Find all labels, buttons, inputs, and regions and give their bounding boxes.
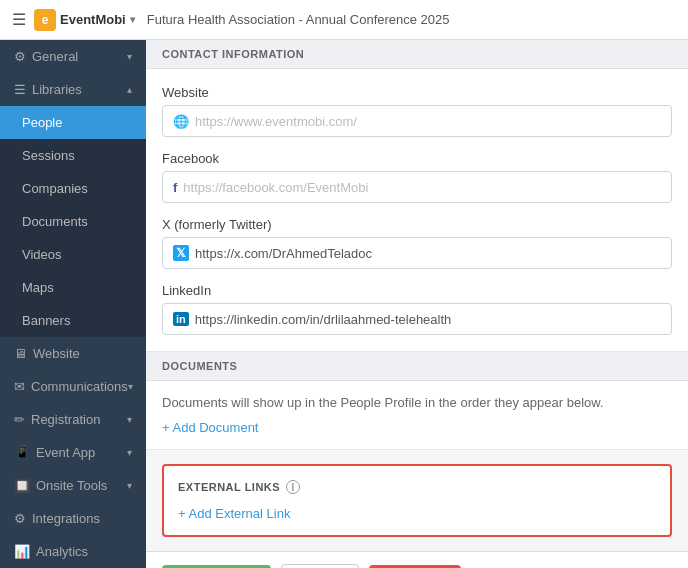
sidebar-label: Communications: [31, 379, 128, 394]
website-input[interactable]: 🌐 https://www.eventmobi.com/: [162, 105, 672, 137]
website-label: Website: [162, 85, 672, 100]
sidebar-item-videos[interactable]: Videos: [0, 238, 146, 271]
twitter-field-group: X (formerly Twitter) 𝕏 https://x.com/DrA…: [162, 217, 672, 269]
linkedin-label: LinkedIn: [162, 283, 672, 298]
sidebar-label: Banners: [22, 313, 70, 328]
logo-icon: e: [34, 9, 56, 31]
sidebar-label: People: [22, 115, 62, 130]
documents-description: Documents will show up in the People Pro…: [162, 395, 672, 410]
add-external-label: + Add External Link: [178, 506, 290, 521]
documents-section: Documents will show up in the People Pro…: [146, 381, 688, 450]
website-placeholder: https://www.eventmobi.com/: [195, 114, 357, 129]
sidebar-item-libraries[interactable]: ☰ Libraries ▴: [0, 73, 146, 106]
sidebar-label: Registration: [31, 412, 100, 427]
sidebar-label: Videos: [22, 247, 62, 262]
linkedin-value: https://linkedin.com/in/drlilaahmed-tele…: [195, 312, 452, 327]
chevron-down-icon: ▾: [127, 480, 132, 491]
gear-icon: ⚙: [14, 49, 26, 64]
integration-icon: ⚙: [14, 511, 26, 526]
sidebar-item-general[interactable]: ⚙ General ▾: [0, 40, 146, 73]
external-links-box: EXTERNAL LINKS i + Add External Link: [162, 464, 672, 537]
sidebar-label: Sessions: [22, 148, 75, 163]
sidebar-sub-libraries: People Sessions Companies Documents Vide…: [0, 106, 146, 337]
pencil-icon: ✏: [14, 412, 25, 427]
chevron-down-icon: ▾: [127, 414, 132, 425]
mail-icon: ✉: [14, 379, 25, 394]
sidebar-label: Integrations: [32, 511, 100, 526]
monitor-icon: 🖥: [14, 346, 27, 361]
sidebar-item-communications[interactable]: ✉ Communications ▾: [0, 370, 146, 403]
sidebar-label: Companies: [22, 181, 88, 196]
external-links-header: EXTERNAL LINKS i: [178, 480, 656, 494]
hamburger-icon[interactable]: ☰: [12, 10, 26, 29]
brand-chevron: ▾: [130, 14, 135, 25]
analytics-icon: 📊: [14, 544, 30, 559]
add-external-link-button[interactable]: + Add External Link: [178, 506, 656, 521]
sidebar-item-people[interactable]: People: [0, 106, 146, 139]
sidebar-label: Documents: [22, 214, 88, 229]
linkedin-icon: in: [173, 312, 189, 326]
brand-name: EventMobi: [60, 12, 126, 27]
sidebar-label: General: [32, 49, 78, 64]
topbar-logo: e EventMobi ▾: [34, 9, 135, 31]
sidebar-label: Libraries: [32, 82, 82, 97]
contact-form: Website 🌐 https://www.eventmobi.com/ Fac…: [146, 69, 688, 352]
sidebar-item-sessions[interactable]: Sessions: [0, 139, 146, 172]
chevron-down-icon: ▾: [127, 51, 132, 62]
main-content: CONTACT INFORMATION Website 🌐 https://ww…: [146, 40, 688, 568]
sidebar-item-maps[interactable]: Maps: [0, 271, 146, 304]
chevron-down-icon: ▾: [127, 447, 132, 458]
facebook-placeholder: https://facebook.com/EventMobi: [183, 180, 368, 195]
sidebar-item-analytics[interactable]: 📊 Analytics: [0, 535, 146, 568]
facebook-label: Facebook: [162, 151, 672, 166]
facebook-input[interactable]: f https://facebook.com/EventMobi: [162, 171, 672, 203]
page-title: Futura Health Association - Annual Confe…: [147, 12, 450, 27]
plus-icon: + Add Document: [162, 420, 258, 435]
add-document-button[interactable]: + Add Document: [162, 420, 672, 435]
sidebar-item-event-app[interactable]: 📱 Event App ▾: [0, 436, 146, 469]
footer-actions: Save Details Cancel 🗑 Delete: [146, 551, 688, 568]
external-links-title: EXTERNAL LINKS: [178, 481, 280, 493]
sidebar-label: Analytics: [36, 544, 88, 559]
sidebar-item-banners[interactable]: Banners: [0, 304, 146, 337]
globe-icon: 🌐: [173, 114, 189, 129]
sidebar-item-documents[interactable]: Documents: [0, 205, 146, 238]
sidebar-item-onsite-tools[interactable]: 🔲 Onsite Tools ▾: [0, 469, 146, 502]
linkedin-input[interactable]: in https://linkedin.com/in/drlilaahmed-t…: [162, 303, 672, 335]
documents-section-header: DOCUMENTS: [146, 352, 688, 381]
sidebar-label: Event App: [36, 445, 95, 460]
sidebar: ⚙ General ▾ ☰ Libraries ▴ People Session…: [0, 40, 146, 568]
twitter-label: X (formerly Twitter): [162, 217, 672, 232]
chevron-down-icon: ▾: [128, 381, 133, 392]
twitter-icon: 𝕏: [173, 245, 189, 261]
chevron-up-icon: ▴: [127, 84, 132, 95]
sidebar-label: Website: [33, 346, 80, 361]
info-icon[interactable]: i: [286, 480, 300, 494]
sidebar-label: Onsite Tools: [36, 478, 107, 493]
topbar: ☰ e EventMobi ▾ Futura Health Associatio…: [0, 0, 688, 40]
tools-icon: 🔲: [14, 478, 30, 493]
twitter-value: https://x.com/DrAhmedTeladoc: [195, 246, 372, 261]
cancel-button[interactable]: Cancel: [281, 564, 359, 568]
list-icon: ☰: [14, 82, 26, 97]
sidebar-item-registration[interactable]: ✏ Registration ▾: [0, 403, 146, 436]
linkedin-field-group: LinkedIn in https://linkedin.com/in/drli…: [162, 283, 672, 335]
sidebar-item-integrations[interactable]: ⚙ Integrations: [0, 502, 146, 535]
sidebar-label: Maps: [22, 280, 54, 295]
sidebar-item-companies[interactable]: Companies: [0, 172, 146, 205]
layout: ⚙ General ▾ ☰ Libraries ▴ People Session…: [0, 40, 688, 568]
facebook-field-group: Facebook f https://facebook.com/EventMob…: [162, 151, 672, 203]
twitter-input[interactable]: 𝕏 https://x.com/DrAhmedTeladoc: [162, 237, 672, 269]
sidebar-item-website[interactable]: 🖥 Website: [0, 337, 146, 370]
contact-section-header: CONTACT INFORMATION: [146, 40, 688, 69]
mobile-icon: 📱: [14, 445, 30, 460]
facebook-icon: f: [173, 180, 177, 195]
website-field-group: Website 🌐 https://www.eventmobi.com/: [162, 85, 672, 137]
